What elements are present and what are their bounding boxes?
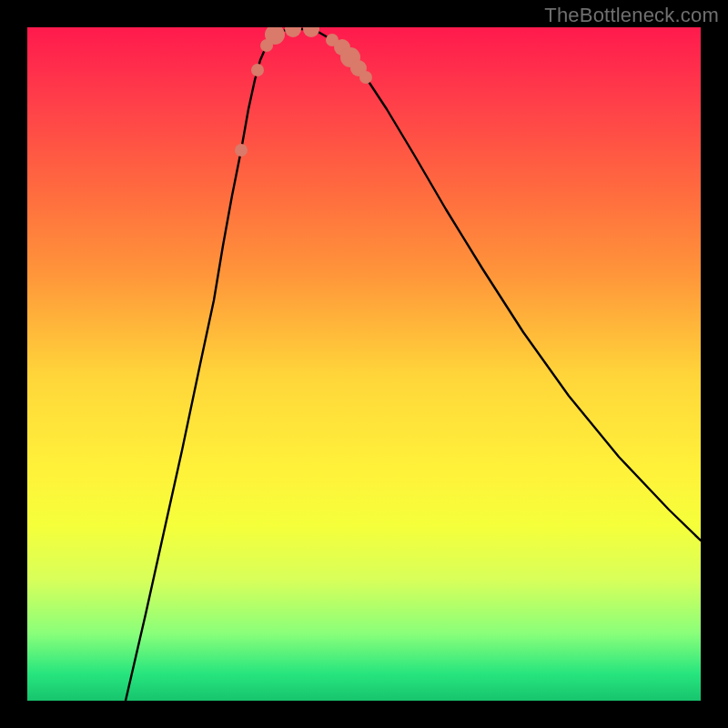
- chart-svg: [27, 27, 701, 701]
- data-point: [235, 144, 248, 157]
- plot-area: [27, 27, 701, 701]
- chart-frame: TheBottleneck.com: [0, 0, 728, 728]
- watermark-text: TheBottleneck.com: [544, 4, 719, 27]
- bottleneck-curve: [126, 29, 701, 701]
- data-point: [285, 27, 301, 37]
- data-point: [359, 71, 372, 84]
- data-point: [251, 64, 264, 76]
- data-point: [303, 27, 319, 37]
